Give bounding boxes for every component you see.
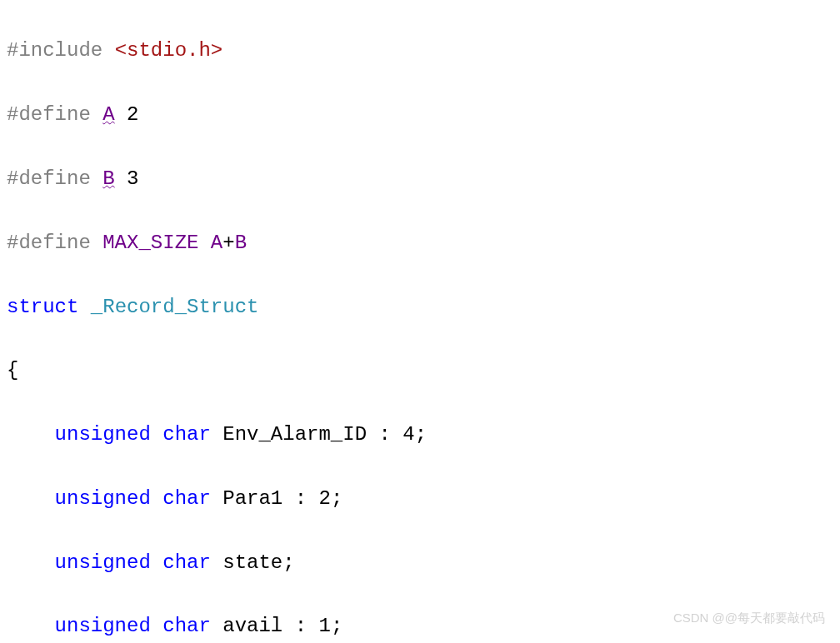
- space: [151, 487, 162, 510]
- type-name: _Record_Struct: [91, 296, 259, 318]
- macro-name: B: [102, 167, 114, 190]
- code-line: unsigned char Env_Alarm_ID : 4;: [7, 419, 833, 451]
- preprocessor: #define: [7, 232, 102, 254]
- keyword: unsigned: [55, 423, 151, 446]
- preprocessor: #include: [7, 39, 115, 62]
- include-close: >: [211, 39, 222, 62]
- macro-name: A: [102, 103, 114, 126]
- operator: +: [222, 232, 234, 254]
- code-line: #define B 3: [7, 163, 833, 195]
- identifier: Env_Alarm_ID: [222, 423, 367, 446]
- code-line: #define A 2: [7, 99, 833, 131]
- include-open: <: [115, 39, 127, 62]
- keyword: char: [162, 423, 211, 446]
- space: [211, 487, 222, 510]
- preprocessor: #define: [7, 103, 102, 126]
- macro-ref: A: [211, 232, 222, 254]
- indent: [7, 615, 55, 637]
- space: [151, 423, 162, 446]
- code-line: #include <stdio.h>: [7, 35, 833, 67]
- keyword: char: [162, 551, 211, 574]
- keyword: unsigned: [55, 615, 151, 637]
- space: [151, 551, 162, 574]
- indent: [7, 423, 55, 446]
- space: [78, 296, 90, 318]
- space: [198, 232, 210, 254]
- include-path: stdio.h: [127, 39, 211, 62]
- code-line: struct _Record_Struct: [7, 292, 833, 323]
- keyword: struct: [7, 296, 78, 318]
- code-line: unsigned char state;: [7, 547, 833, 579]
- macro-ref: B: [235, 232, 247, 254]
- identifier: state: [222, 551, 282, 574]
- preprocessor: #define: [7, 167, 102, 190]
- keyword: char: [162, 615, 211, 637]
- space: [151, 615, 162, 637]
- indent: [7, 551, 55, 574]
- rest: : 2;: [282, 487, 342, 510]
- rest: : 1;: [282, 615, 342, 637]
- code-block: #include <stdio.h> #define A 2 #define B…: [7, 3, 833, 643]
- code-line: {: [7, 355, 833, 386]
- watermark: CSDN @@每天都要敲代码: [673, 608, 825, 628]
- keyword: char: [162, 487, 211, 510]
- keyword: unsigned: [55, 487, 151, 510]
- space: [211, 423, 222, 446]
- rest: ;: [282, 551, 294, 574]
- code-line: #define MAX_SIZE A+B: [7, 227, 833, 259]
- rest: : 4;: [367, 423, 427, 446]
- macro-value: 2: [115, 103, 139, 126]
- space: [211, 615, 222, 637]
- identifier: Para1: [222, 487, 282, 510]
- brace: {: [7, 359, 18, 381]
- macro-value: 3: [115, 167, 139, 190]
- space: [211, 551, 222, 574]
- indent: [7, 487, 55, 510]
- macro-name: MAX_SIZE: [102, 232, 198, 254]
- keyword: unsigned: [55, 551, 151, 574]
- identifier: avail: [222, 615, 282, 637]
- code-line: unsigned char Para1 : 2;: [7, 483, 833, 515]
